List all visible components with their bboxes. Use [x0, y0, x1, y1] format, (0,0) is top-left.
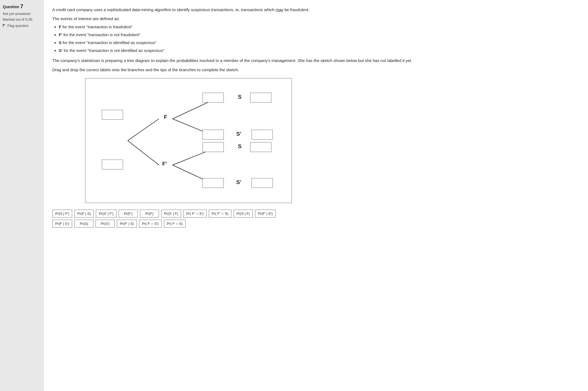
drop-box-fprimnsprime[interactable] [252, 178, 273, 188]
label-F: F [164, 114, 167, 120]
flag-label: Flag question [7, 24, 29, 28]
label-Fprime: F' [162, 161, 167, 167]
drop-box-s-given-fprime[interactable] [203, 142, 224, 152]
flag-question-button[interactable]: Flag question [3, 24, 41, 28]
flag-icon [3, 24, 6, 27]
label-S-top: S [238, 94, 241, 100]
events-intro: The events of interest are defined as: [52, 16, 579, 21]
token-pr-s-given-fprime[interactable]: Pr(S | F') [52, 210, 72, 218]
question-number: 7 [20, 3, 23, 9]
token-pr-fprime-cap-sprime[interactable]: Pr( F' ∩ S') [183, 210, 206, 218]
token-pr-fprime-cap-s[interactable]: Pr( F' ∩ S) [209, 210, 231, 218]
not-yet-answered: Not yet answered [3, 12, 41, 16]
tokens-row-2: Pr(F | S') Pr(S) Pr(S') Pr(F' | S) Pr( F… [52, 220, 579, 228]
sidebar: Question 7 Not yet answered Marked out o… [0, 0, 44, 391]
svg-marker-1 [3, 24, 5, 26]
drop-box-sprime-given-fprime[interactable] [203, 178, 224, 188]
token-pr-s[interactable]: Pr(S) [74, 220, 93, 228]
event-sprime: S' for the event "transaction is not ide… [59, 47, 579, 54]
token-pr-f-given-s[interactable]: Pr(F | S) [74, 210, 94, 218]
question-text: Question [3, 5, 19, 9]
event-fprime: F' for the event "transaction is not fra… [59, 31, 579, 38]
marked-out: Marked out of 5.00 [3, 17, 41, 22]
token-pr-sprime-given-f[interactable]: Pr(S' | F) [161, 210, 181, 218]
drop-box-s-given-f[interactable] [203, 93, 224, 103]
token-pr-fprime[interactable]: Pr(F') [119, 210, 138, 218]
drop-box-fns[interactable] [250, 93, 271, 103]
svg-line-2 [128, 119, 159, 141]
token-pr-f[interactable]: Pr(F) [140, 210, 159, 218]
drop-box-fprime-branch[interactable] [102, 160, 123, 169]
drag-instruction: Drag and drop the correct labels onto th… [52, 67, 579, 73]
event-f: F for the event "transaction is fraudule… [59, 23, 579, 30]
tokens-row-1: Pr(S | F') Pr(F | S) Pr(S' | F') Pr(F') … [52, 210, 579, 218]
description-text: The company's statistician is preparing … [52, 57, 579, 64]
tree-diagram: F F' S S' S S' [85, 78, 292, 203]
label-S-lower: S [238, 143, 241, 150]
token-pr-sprime[interactable]: Pr(S') [96, 220, 115, 228]
token-pr-s-given-f[interactable]: Pr(S | F) [234, 210, 253, 218]
token-pr-f-cap-s[interactable]: Pr( F ∩ S) [164, 220, 186, 228]
drop-box-f-branch[interactable] [102, 110, 123, 120]
question-label: Question 7 [3, 3, 41, 10]
main-content: A credit card company uses a sophisticat… [44, 0, 588, 391]
token-pr-sprime-given-fprime[interactable]: Pr(S' | F') [96, 210, 117, 218]
question-intro: A credit card company uses a sophisticat… [52, 7, 579, 13]
event-s: S for the event "transaction is identifi… [59, 39, 579, 46]
events-list: F for the event "transaction is fraudule… [52, 23, 579, 54]
label-Sprime-upper: S' [236, 131, 241, 137]
token-pr-f-given-sprime[interactable]: Pr(F | S') [52, 220, 72, 228]
token-pr-f-cap-sprime[interactable]: Pr( F ∩ S') [139, 220, 162, 228]
label-Sprime-lower: S' [236, 179, 241, 185]
token-pr-fprime-given-sprime[interactable]: Pr(F' | S') [255, 210, 276, 218]
drop-box-fprimns[interactable] [250, 142, 271, 152]
drop-box-sprime-given-f[interactable] [203, 130, 224, 139]
token-pr-fprime-given-s[interactable]: Pr(F' | S) [117, 220, 137, 228]
svg-line-4 [173, 100, 213, 119]
drop-box-fnsprime[interactable] [252, 130, 273, 139]
svg-line-3 [128, 141, 159, 165]
